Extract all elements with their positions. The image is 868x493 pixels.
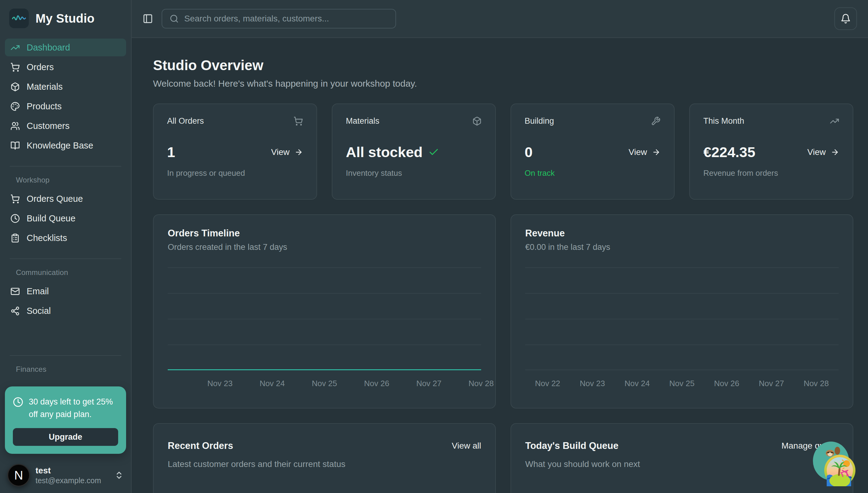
card-recent-orders: Recent OrdersView allLatest customer ord… [153, 423, 496, 493]
upgrade-button[interactable]: Upgrade [13, 428, 118, 446]
chart-plot [525, 267, 839, 370]
sidebar-item-label: Dashboard [27, 43, 70, 53]
sidebar-section-workshop: Workshop [16, 176, 126, 184]
stat-value-row: €224.35View [703, 144, 839, 160]
page-title: Studio Overview [153, 57, 853, 73]
chart-gridline [525, 267, 839, 268]
x-tick-label: Nov 28 [794, 379, 839, 391]
stat-value: 0 [525, 144, 533, 160]
sidebar-item-knowledge-base[interactable]: Knowledge Base [5, 136, 126, 154]
stat-card-header: All Orders [167, 116, 303, 126]
stat-card-materials: MaterialsAll stockedInventory status [332, 104, 496, 200]
sidebar-divider [10, 258, 121, 259]
island-icon [824, 454, 856, 486]
global-search[interactable] [162, 9, 396, 28]
sidebar-toggle-button[interactable] [142, 14, 153, 24]
bottom-grid: Recent OrdersView allLatest customer ord… [153, 423, 853, 493]
x-tick-label: Nov 22 [525, 379, 570, 391]
chevrons-up-down-icon [114, 471, 124, 480]
card-title: Today's Build Queue [525, 440, 619, 451]
stat-card-title: Materials [346, 116, 380, 126]
user-name: test [36, 466, 109, 475]
card-action-link[interactable]: View all [452, 441, 481, 451]
book-open-icon [10, 141, 20, 150]
island-assistant-button[interactable] [813, 442, 859, 488]
x-tick-label: Nov 26 [704, 379, 749, 391]
stat-subtext: Inventory status [346, 168, 482, 178]
topbar [132, 0, 868, 38]
sidebar-divider [10, 166, 121, 167]
sidebar-item-social[interactable]: Social [5, 302, 126, 320]
palette-icon [10, 102, 20, 111]
sidebar-divider [10, 355, 121, 356]
trending-up-icon [830, 116, 839, 126]
view-link[interactable]: View [271, 147, 303, 157]
x-tick-label: Nov 24 [615, 379, 660, 391]
sidebar-item-products[interactable]: Products [5, 98, 126, 115]
notifications-button[interactable] [834, 7, 857, 30]
banner-text: 30 days left to get 25% off any paid pla… [29, 395, 118, 421]
chart-card-orders-timeline: Orders TimelineOrders created in the las… [153, 214, 496, 408]
search-input[interactable] [184, 14, 388, 24]
charts-grid: Orders TimelineOrders created in the las… [153, 214, 853, 408]
sidebar-item-orders-queue[interactable]: Orders Queue [5, 190, 126, 208]
sidebar-item-label: Products [27, 101, 62, 111]
shopping-cart-icon [293, 116, 303, 126]
stat-value-row: All stocked [346, 144, 482, 160]
x-tick-label: Nov 23 [570, 379, 615, 391]
arrow-right-icon [652, 148, 661, 156]
search-icon [170, 14, 179, 23]
chart-data-line [168, 369, 481, 370]
card-subtitle: What you should work on next [525, 459, 839, 469]
sidebar-item-customers[interactable]: Customers [5, 117, 126, 135]
x-tick-label: Nov 27 [416, 379, 441, 388]
sidebar-item-label: Knowledge Base [27, 141, 93, 151]
sidebar-item-materials[interactable]: Materials [5, 78, 126, 95]
chart-gridline [168, 344, 481, 345]
card-today-s-build-queue: Today's Build QueueManage queueWhat you … [511, 423, 853, 493]
sidebar-item-email[interactable]: Email [5, 282, 126, 300]
sidebar-item-label: Customers [27, 121, 69, 131]
sidebar-item-label: Orders Queue [27, 194, 83, 204]
bell-icon [841, 14, 851, 24]
chart-card-revenue: Revenue€0.00 in the last 7 daysNov 22Nov… [511, 214, 853, 408]
main-content: Studio Overview Welcome back! Here's wha… [132, 38, 868, 493]
user-menu[interactable]: N test test@example.com [5, 461, 126, 489]
view-link[interactable]: View [807, 147, 839, 157]
x-tick-label: Nov 25 [312, 379, 337, 388]
card-header: Today's Build QueueManage queue [525, 440, 839, 451]
mail-icon [10, 286, 20, 296]
stat-card-all-orders: All Orders1ViewIn progress or queued [153, 104, 317, 200]
sidebar-item-label: Social [27, 306, 51, 316]
sidebar-item-checklists[interactable]: Checklists [5, 229, 126, 247]
chart-x-axis: Nov 23Nov 24Nov 25Nov 26Nov 27Nov 28 [168, 379, 481, 391]
sidebar-item-build-queue[interactable]: Build Queue [5, 210, 126, 227]
view-link[interactable]: View [629, 147, 661, 157]
stat-value: All stocked [346, 144, 439, 160]
wrench-icon [651, 116, 661, 126]
panel-left-icon [142, 14, 153, 24]
clock-icon [10, 214, 20, 223]
page-subtitle: Welcome back! Here's what's happening in… [153, 79, 853, 89]
stat-value: 1 [167, 144, 175, 160]
chart-gridline [168, 293, 481, 294]
stats-grid: All Orders1ViewIn progress or queuedMate… [153, 104, 853, 200]
sidebar-nav: DashboardOrdersMaterialsProductsCustomer… [0, 36, 131, 373]
chart-title: Revenue [525, 228, 839, 239]
package-icon [10, 82, 20, 91]
sidebar-item-dashboard[interactable]: Dashboard [5, 39, 126, 56]
chart-gridline [525, 370, 839, 370]
shopping-cart-icon [10, 194, 20, 203]
app-logo [9, 8, 29, 28]
user-email: test@example.com [36, 476, 109, 485]
sidebar-section-communication: Communication [16, 268, 126, 277]
trial-upgrade-banner: 30 days left to get 25% off any paid pla… [5, 386, 126, 454]
stat-value: €224.35 [703, 144, 755, 160]
chart-gridline [168, 319, 481, 319]
sidebar-item-label: Orders [27, 62, 54, 72]
x-tick-label: Nov 25 [660, 379, 704, 391]
chart-gridline [525, 293, 839, 294]
x-tick-label: Nov 28 [469, 379, 494, 388]
sidebar-item-orders[interactable]: Orders [5, 58, 126, 76]
chart-subtitle: Orders created in the last 7 days [168, 242, 481, 252]
